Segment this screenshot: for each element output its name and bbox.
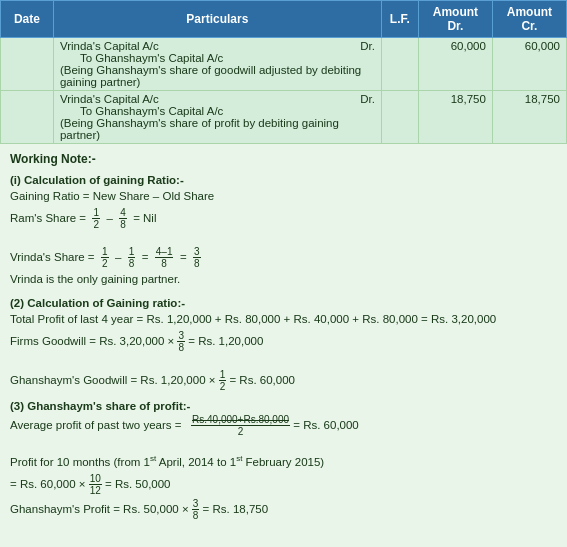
- col-header-particulars: Particulars: [53, 1, 381, 38]
- ram-frac2: 4 8: [119, 207, 127, 230]
- table-row: Vrinda's Capital A/c Dr. To Ghanshaym's …: [1, 38, 567, 91]
- debit-entry-1: Vrinda's Capital A/c Dr.: [60, 40, 159, 52]
- vrinda-frac1: 1 2: [101, 246, 109, 269]
- debit-entry-2: Vrinda's Capital A/c Dr.: [60, 93, 159, 105]
- date-cell-1: [1, 38, 54, 91]
- wn-s1-line1: Gaining Ratio = New Share – Old Share: [10, 188, 557, 205]
- wn-s2-heading: (2) Calculation of Gaining ratio:-: [10, 297, 557, 309]
- col-header-amount-dr: AmountDr.: [418, 1, 492, 38]
- avg-fraction: Rs.40,000+Rs.80,000 2: [191, 414, 290, 437]
- vrinda-frac4: 3 8: [193, 246, 201, 269]
- journal-table: Date Particulars L.F. AmountDr. AmountCr…: [0, 0, 567, 144]
- table-row: Vrinda's Capital A/c Dr. To Ghanshaym's …: [1, 91, 567, 144]
- wn-s2-line1: Total Profit of last 4 year = Rs. 1,20,0…: [10, 311, 557, 328]
- wn-title-block: Working Note:-: [10, 152, 557, 166]
- amount-dr-cell-2: 18,750: [418, 91, 492, 144]
- ram-frac1: 1 2: [92, 207, 100, 230]
- wn-ram-share: Ram's Share = 1 2 – 4 8 = Nil: [10, 207, 557, 230]
- col-header-lf: L.F.: [381, 1, 418, 38]
- wn-s3-heading: (3) Ghanshaym's share of profit:-: [10, 400, 557, 412]
- wn-section2: (2) Calculation of Gaining ratio:- Total…: [10, 297, 557, 392]
- wn-section1: (i) Calculation of gaining Ratio:- Gaini…: [10, 174, 557, 289]
- wn-s1-conclusion: Vrinda is the only gaining partner.: [10, 271, 557, 288]
- credit-entry-1: To Ghanshaym's Capital A/c: [60, 52, 223, 64]
- amount-dr-cell-1: 60,000: [418, 38, 492, 91]
- wn-s3-avg: Average profit of past two years = Rs.40…: [10, 414, 557, 437]
- particulars-cell-2: Vrinda's Capital A/c Dr. To Ghanshaym's …: [53, 91, 381, 144]
- wn-main-title: Working Note:-: [10, 152, 557, 166]
- gp-fraction: 3 8: [192, 498, 200, 521]
- wn-s1-heading: (i) Calculation of gaining Ratio:-: [10, 174, 557, 186]
- p-fraction: 10 12: [89, 473, 102, 496]
- particulars-cell-1: Vrinda's Capital A/c Dr. To Ghanshaym's …: [53, 38, 381, 91]
- col-header-amount-cr: AmountCr.: [492, 1, 566, 38]
- working-notes-section: Working Note:- (i) Calculation of gainin…: [0, 144, 567, 537]
- date-cell-2: [1, 91, 54, 144]
- fw-fraction: 3 8: [177, 330, 185, 353]
- gg-fraction: 1 2: [219, 369, 227, 392]
- vrinda-frac2: 1 8: [128, 246, 136, 269]
- credit-entry-2: To Ghanshaym's Capital A/c: [60, 105, 223, 117]
- lf-cell-1: [381, 38, 418, 91]
- wn-section3: (3) Ghanshaym's share of profit:- Averag…: [10, 400, 557, 521]
- wn-s3-line3: = Rs. 60,000 × 10 12 = Rs. 50,000: [10, 473, 557, 496]
- amount-cr-cell-2: 18,750: [492, 91, 566, 144]
- amount-cr-cell-1: 60,000: [492, 38, 566, 91]
- col-header-date: Date: [1, 1, 54, 38]
- lf-cell-2: [381, 91, 418, 144]
- wn-s2-line3: Ghanshaym's Goodwill = Rs. 1,20,000 × 1 …: [10, 369, 557, 392]
- wn-s3-period: Profit for 10 months (from 1st April, 20…: [10, 453, 557, 471]
- wn-s2-line2: Firms Goodwill = Rs. 3,20,000 × 3 8 = Rs…: [10, 330, 557, 353]
- note-1: (Being Ghanshaym's share of goodwill adj…: [60, 64, 361, 88]
- note-2: (Being Ghanshaym's share of profit by de…: [60, 117, 339, 141]
- vrinda-frac3: 4–1 8: [155, 246, 174, 269]
- wn-s3-line4: Ghanshaym's Profit = Rs. 50,000 × 3 8 = …: [10, 498, 557, 521]
- wn-vrinda-share: Vrinda's Share = 1 2 – 1 8 = 4–1 8 = 3 8: [10, 246, 557, 269]
